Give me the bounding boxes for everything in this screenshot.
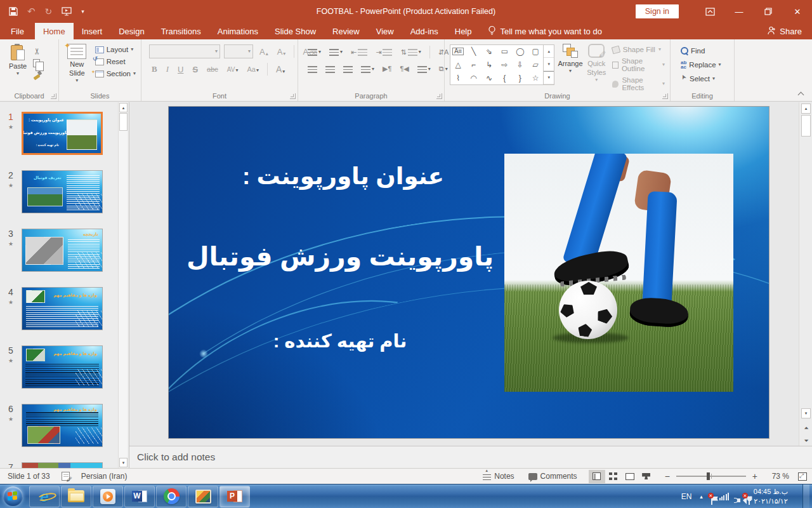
close-button[interactable]: ✕: [783, 0, 812, 23]
thumbnail-scrollbar[interactable]: ▴ ▾: [118, 102, 128, 468]
thumbnail-scroll-down[interactable]: ▾: [119, 458, 128, 467]
start-from-beginning-icon[interactable]: [62, 7, 72, 16]
tab-animations[interactable]: Animations: [209, 23, 266, 39]
tab-design[interactable]: Design: [110, 23, 152, 39]
tab-help[interactable]: Help: [447, 23, 480, 39]
zoom-percentage[interactable]: 73 %: [768, 472, 789, 481]
shapes-scroll-down[interactable]: ▾: [544, 58, 554, 70]
copy-button[interactable]: [33, 59, 40, 67]
normal-view-button[interactable]: [589, 470, 605, 483]
shape-brace-right[interactable]: }: [519, 74, 521, 82]
spell-check-icon[interactable]: [62, 472, 70, 481]
tab-addins[interactable]: Add-ins: [402, 23, 447, 39]
ltr-direction-button[interactable]: ▶¶: [381, 64, 393, 74]
change-case-button[interactable]: Aa▾: [244, 65, 261, 74]
font-name-combobox[interactable]: ▾: [149, 44, 220, 58]
redo-icon[interactable]: ↻: [45, 6, 53, 17]
language-tray-button[interactable]: EN: [681, 492, 692, 501]
section-button[interactable]: Section▾: [93, 69, 138, 79]
show-desktop-button[interactable]: [802, 485, 809, 508]
italic-button[interactable]: I: [164, 64, 171, 75]
reset-button[interactable]: Reset: [93, 57, 138, 67]
editor-scroll-up[interactable]: ▴: [801, 104, 811, 114]
decrease-font-size-button[interactable]: A▾: [275, 46, 289, 57]
cut-button[interactable]: ✂: [32, 46, 42, 55]
shape-triangle[interactable]: △: [455, 61, 461, 69]
quick-styles-button[interactable]: Quick Styles ▾: [585, 42, 608, 90]
start-button[interactable]: [0, 485, 25, 508]
undo-icon[interactable]: ↶: [27, 6, 36, 17]
ribbon-display-options-icon[interactable]: [695, 0, 724, 23]
tab-view[interactable]: View: [368, 23, 402, 39]
bold-button[interactable]: B: [149, 64, 160, 75]
replace-button[interactable]: abacReplace▾: [678, 59, 724, 70]
layout-button[interactable]: Layout▾: [93, 44, 138, 55]
drawing-dialog-launcher[interactable]: [662, 93, 668, 99]
shape-down-arrow[interactable]: ⇩: [517, 61, 523, 69]
shape-callout[interactable]: ▱: [532, 61, 538, 69]
shape-arrow[interactable]: ⇘: [486, 48, 492, 55]
taskbar-chrome[interactable]: [156, 486, 187, 507]
character-spacing-button[interactable]: AV▾: [225, 65, 241, 74]
line-spacing-button[interactable]: ⇅▾: [398, 48, 422, 57]
slide-canvas[interactable]: عنوان پاورپوینت : پاورپوینت ورزش فوتبال …: [168, 106, 769, 439]
taskbar-media-player[interactable]: [93, 486, 123, 507]
zoom-in-button[interactable]: +: [751, 471, 759, 481]
shape-text-box[interactable]: A≡: [452, 48, 464, 55]
tell-me-box[interactable]: Tell me what you want to do: [488, 23, 602, 39]
font-dialog-launcher[interactable]: [290, 93, 296, 99]
share-button[interactable]: Share: [768, 23, 812, 39]
taskbar-file-explorer[interactable]: [61, 486, 91, 507]
tab-transitions[interactable]: Transitions: [153, 23, 209, 39]
slide-thumbnail-6[interactable]: واژه ها و مفاهیم مهم: [22, 404, 103, 447]
justify-button[interactable]: ▾: [359, 65, 376, 74]
shape-star[interactable]: ☆: [532, 74, 539, 82]
shape-curve[interactable]: ∿: [486, 74, 492, 82]
fit-slide-to-window-button[interactable]: [798, 472, 807, 481]
slide-thumbnail-5[interactable]: واژه ها و مفاهیم مهم: [22, 345, 103, 389]
text-shadow-button[interactable]: S: [190, 64, 200, 75]
shape-rectangle[interactable]: ▭: [501, 48, 508, 55]
language-indicator[interactable]: Persian (Iran): [81, 472, 128, 481]
next-slide-button[interactable]: ⏷: [802, 436, 811, 445]
slide-number-indicator[interactable]: Slide 1 of 33: [8, 472, 50, 481]
slide-title-line2[interactable]: پاورپوینت ورزش فوتبال: [175, 241, 505, 272]
arrange-button[interactable]: Arrange ▾: [556, 42, 584, 90]
bullets-button[interactable]: ▾: [306, 48, 323, 57]
tab-file[interactable]: File: [0, 23, 35, 39]
shape-rounded-rectangle[interactable]: ▢: [532, 48, 539, 55]
slide-thumbnail-2[interactable]: تعریف فوتبال: [22, 170, 103, 213]
editor-scroll-thumb[interactable]: [801, 115, 811, 137]
editor-scroll-down[interactable]: ▾: [801, 408, 811, 418]
numbering-button[interactable]: ▾: [327, 48, 344, 57]
taskbar-photos[interactable]: [188, 486, 218, 507]
align-center-button[interactable]: [324, 65, 337, 74]
slide-thumbnail-4[interactable]: واژه ها و مفاهیم مهم: [22, 287, 103, 330]
slide-thumbnail-3[interactable]: تاریخچه: [22, 229, 103, 272]
strikethrough-button[interactable]: abc: [204, 65, 221, 74]
shapes-more-button[interactable]: ▾: [544, 71, 554, 84]
sign-in-button[interactable]: Sign in: [636, 4, 679, 18]
taskbar-powerpoint-active[interactable]: P: [219, 486, 250, 507]
find-button[interactable]: Find: [678, 46, 724, 56]
paragraph-dialog-launcher[interactable]: [436, 93, 442, 99]
clipboard-dialog-launcher[interactable]: [51, 93, 56, 99]
shape-freeform[interactable]: ⌇: [456, 74, 460, 82]
slide-title-line1[interactable]: عنوان پاورپوینت :: [204, 163, 483, 190]
thumbnail-scroll-up[interactable]: ▴: [119, 103, 128, 112]
minimize-button[interactable]: —: [724, 0, 754, 23]
notes-pane[interactable]: Click to add notes: [129, 446, 812, 468]
select-button[interactable]: Select▾: [678, 74, 724, 84]
network-signal-icon[interactable]: [719, 493, 729, 500]
slide-thumbnail-7[interactable]: [22, 462, 103, 468]
font-size-combobox[interactable]: ▾: [224, 44, 253, 58]
slide-thumbnail-1[interactable]: عنوان پاورپوینت : پاورپوینت ورزش فوتبال …: [22, 112, 103, 155]
shape-elbow-arrow[interactable]: ↳: [486, 61, 492, 69]
collapse-ribbon-button[interactable]: [797, 91, 806, 97]
zoom-slider-thumb[interactable]: [707, 472, 710, 480]
tab-slide-show[interactable]: Slide Show: [266, 23, 324, 39]
slide-title-block[interactable]: عنوان پاورپوینت : پاورپوینت ورزش فوتبال …: [169, 107, 511, 438]
reading-view-button[interactable]: [622, 470, 638, 483]
thumbnail-scroll-thumb[interactable]: [119, 113, 128, 131]
taskbar-word[interactable]: W: [124, 486, 155, 507]
